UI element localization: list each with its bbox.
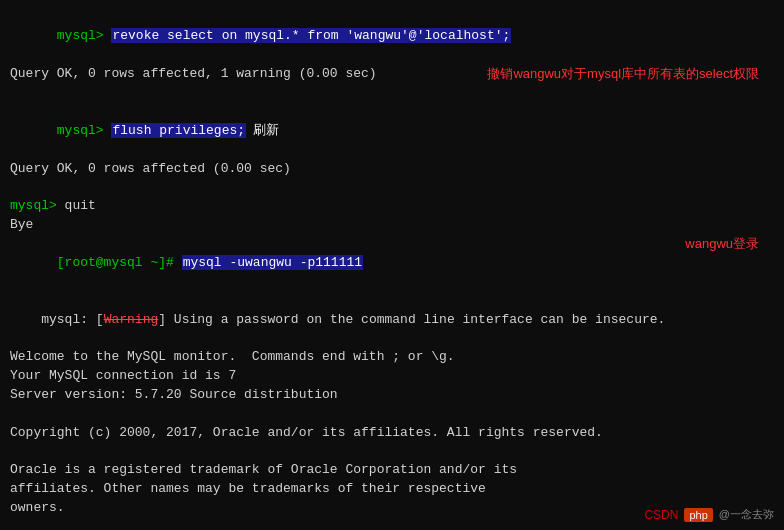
line-flush: mysql> flush privileges; 刷新 [10,102,774,160]
line-login: [root@mysql ~]# mysql -uwangwu -p111111 … [10,235,774,292]
prompt-2: mysql> [57,123,112,138]
query-ok-text-1: Query OK, 0 rows affected, 1 warning (0.… [10,65,377,84]
author-label: @一念去弥 [719,507,774,522]
annotation-login: wangwu登录 [685,235,759,253]
csdn-label: CSDN [644,508,678,522]
line-query-ok-1: Query OK, 0 rows affected, 1 warning (0.… [10,65,774,84]
warning-suffix: ] Using a password on the command line i… [158,312,665,327]
line-query-ok-2: Query OK, 0 rows affected (0.00 sec) [10,160,774,179]
spacer-2 [10,179,774,198]
line-oracle-2: affiliates. Other names may be trademark… [10,480,774,499]
warning-prefix: mysql: [ [41,312,103,327]
warning-word: Warning [104,312,159,327]
login-text: [root@mysql ~]# mysql -uwangwu -p111111 [10,235,363,292]
line-quit: mysql> quit [10,197,774,216]
line-welcome: Welcome to the MySQL monitor. Commands e… [10,348,774,367]
prompt-quit: mysql> [10,198,65,213]
watermark: CSDN php @一念去弥 [644,507,774,522]
line-revoke: mysql> revoke select on mysql.* from 'wa… [10,8,774,65]
terminal-window: mysql> revoke select on mysql.* from 'wa… [0,0,784,530]
flush-label: 刷新 [246,122,279,137]
root-prompt: [root@mysql ~]# [57,255,182,270]
flush-cmd: flush privileges; [111,123,246,138]
php-badge: php [684,508,712,522]
line-bye: Bye [10,216,774,235]
spacer-3 [10,405,774,424]
login-cmd: mysql -uwangwu -p111111 [182,255,363,270]
annotation-revoke: 撤销wangwu对于mysql库中所有表的select权限 [487,65,759,83]
revoke-cmd: revoke select on mysql.* from 'wangwu'@'… [111,28,511,43]
line-warning: mysql: [Warning] Using a password on the… [10,292,774,349]
line-version: Server version: 5.7.20 Source distributi… [10,386,774,405]
line-revoke-text: mysql> revoke select on mysql.* from 'wa… [10,8,511,65]
spacer-4 [10,442,774,461]
prompt: mysql> [57,28,112,43]
flush-text: mysql> flush privileges; 刷新 [10,102,279,160]
line-copyright: Copyright (c) 2000, 2017, Oracle and/or … [10,424,774,443]
line-oracle-1: Oracle is a registered trademark of Orac… [10,461,774,480]
line-connid: Your MySQL connection id is 7 [10,367,774,386]
spacer-1 [10,83,774,102]
